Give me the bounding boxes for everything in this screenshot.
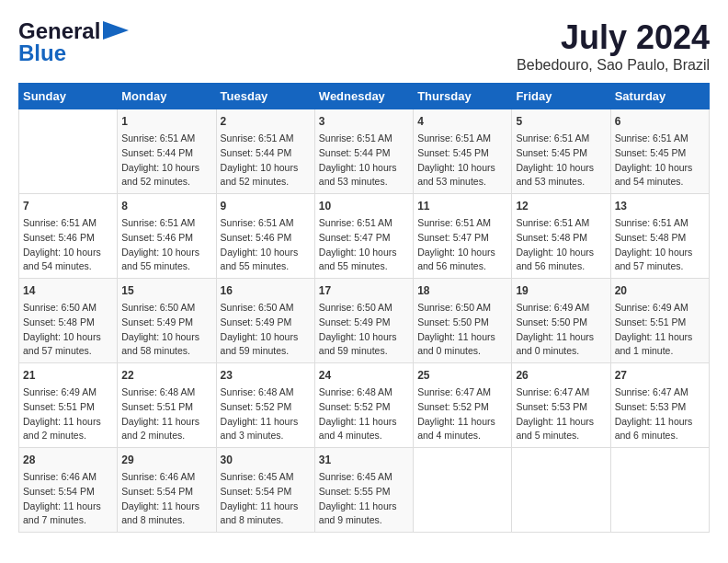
day-info-line: Sunset: 5:44 PM [319, 146, 409, 161]
day-info-line: Daylight: 11 hours [221, 500, 311, 514]
day-number: 6 [615, 113, 705, 130]
day-info-line: and 4 minutes. [319, 429, 409, 443]
day-info-line: Daylight: 10 hours [417, 246, 507, 260]
day-number: 25 [417, 367, 507, 384]
day-info-line: Sunset: 5:51 PM [23, 400, 113, 415]
calendar-cell [19, 109, 118, 194]
day-number: 4 [417, 113, 507, 130]
calendar-cell: 2Sunrise: 6:51 AMSunset: 5:44 PMDaylight… [216, 109, 314, 194]
day-number: 1 [121, 113, 211, 130]
day-info-line: Sunrise: 6:51 AM [121, 216, 211, 231]
day-number: 11 [417, 198, 507, 214]
day-number: 21 [23, 367, 113, 384]
weekday-header-tuesday: Tuesday [216, 84, 314, 109]
calendar-cell: 13Sunrise: 6:51 AMSunset: 5:48 PMDayligh… [610, 194, 709, 279]
day-info-line: and 53 minutes. [417, 175, 507, 190]
day-info-line: Sunrise: 6:46 AM [121, 470, 211, 485]
day-info-line: Daylight: 10 hours [615, 246, 705, 260]
day-number: 22 [121, 367, 211, 384]
calendar-cell: 4Sunrise: 6:51 AMSunset: 5:45 PMDaylight… [414, 109, 512, 194]
day-info-line: Sunset: 5:50 PM [516, 316, 606, 330]
day-info-line: Sunrise: 6:51 AM [417, 216, 507, 231]
day-info-line: Sunset: 5:52 PM [221, 400, 311, 415]
day-info-line: and 5 minutes. [516, 429, 606, 443]
day-info-line: Sunset: 5:55 PM [319, 485, 409, 500]
day-info-line: and 52 minutes. [221, 175, 311, 190]
day-info-line: Daylight: 10 hours [121, 246, 211, 260]
day-info-line: Sunset: 5:49 PM [319, 316, 409, 330]
day-number: 18 [417, 282, 507, 299]
day-info-line: and 0 minutes. [516, 344, 606, 359]
day-info-line: Sunset: 5:46 PM [121, 231, 211, 246]
calendar-cell: 30Sunrise: 6:45 AMSunset: 5:54 PMDayligh… [216, 448, 314, 533]
calendar-cell: 20Sunrise: 6:49 AMSunset: 5:51 PMDayligh… [610, 279, 709, 363]
calendar-cell: 6Sunrise: 6:51 AMSunset: 5:45 PMDaylight… [610, 109, 709, 194]
day-info-line: Sunset: 5:47 PM [319, 231, 409, 246]
day-info-line: and 8 minutes. [121, 513, 211, 528]
day-info-line: Sunset: 5:54 PM [23, 485, 113, 500]
day-info-line: Sunset: 5:49 PM [221, 316, 311, 330]
weekday-header-wednesday: Wednesday [314, 84, 413, 109]
day-info-line: Sunrise: 6:47 AM [516, 385, 606, 400]
day-info-line: Daylight: 10 hours [23, 246, 113, 260]
day-info-line: Sunrise: 6:49 AM [615, 301, 705, 316]
day-number: 29 [121, 452, 211, 468]
day-info-line: and 58 minutes. [121, 344, 211, 359]
calendar-cell: 17Sunrise: 6:50 AMSunset: 5:49 PMDayligh… [314, 279, 413, 363]
day-info-line: Sunrise: 6:50 AM [319, 301, 409, 316]
calendar-cell: 26Sunrise: 6:47 AMSunset: 5:53 PMDayligh… [512, 363, 610, 448]
weekday-header-thursday: Thursday [414, 84, 512, 109]
calendar-cell [512, 448, 610, 533]
day-info-line: and 4 minutes. [417, 429, 507, 443]
day-info-line: Sunrise: 6:50 AM [121, 301, 211, 316]
day-info-line: Daylight: 11 hours [23, 415, 113, 430]
logo: General Blue [18, 18, 129, 66]
day-number: 14 [23, 282, 113, 299]
day-info-line: Daylight: 10 hours [319, 161, 409, 176]
calendar-cell: 22Sunrise: 6:48 AMSunset: 5:51 PMDayligh… [118, 363, 216, 448]
calendar-cell: 27Sunrise: 6:47 AMSunset: 5:53 PMDayligh… [610, 363, 709, 448]
day-number: 17 [319, 282, 409, 299]
calendar-cell: 16Sunrise: 6:50 AMSunset: 5:49 PMDayligh… [216, 279, 314, 363]
day-info-line: Daylight: 11 hours [23, 500, 113, 514]
svg-marker-0 [103, 21, 129, 40]
day-info-line: Daylight: 10 hours [319, 246, 409, 260]
day-info-line: Sunset: 5:45 PM [417, 146, 507, 161]
day-info-line: Sunrise: 6:48 AM [121, 385, 211, 400]
day-info-line: and 56 minutes. [516, 259, 606, 274]
day-info-line: Sunset: 5:46 PM [221, 231, 311, 246]
calendar-cell: 5Sunrise: 6:51 AMSunset: 5:45 PMDaylight… [512, 109, 610, 194]
day-number: 15 [121, 282, 211, 299]
day-info-line: Daylight: 11 hours [121, 415, 211, 430]
day-info-line: Sunrise: 6:51 AM [516, 216, 606, 231]
calendar-cell: 7Sunrise: 6:51 AMSunset: 5:46 PMDaylight… [19, 194, 118, 279]
day-info-line: Daylight: 10 hours [417, 161, 507, 176]
day-info-line: Sunrise: 6:45 AM [221, 470, 311, 485]
day-info-line: and 1 minute. [615, 344, 705, 359]
day-info-line: and 53 minutes. [319, 175, 409, 190]
calendar-cell: 10Sunrise: 6:51 AMSunset: 5:47 PMDayligh… [314, 194, 413, 279]
location-text: Bebedouro, Sao Paulo, Brazil [517, 57, 710, 74]
calendar-week-row: 7Sunrise: 6:51 AMSunset: 5:46 PMDaylight… [19, 194, 710, 279]
day-number: 26 [516, 367, 606, 384]
day-info-line: and 55 minutes. [221, 259, 311, 274]
day-info-line: Daylight: 10 hours [221, 161, 311, 176]
day-info-line: Sunrise: 6:51 AM [221, 132, 311, 146]
day-info-line: Daylight: 11 hours [417, 415, 507, 430]
day-number: 23 [221, 367, 311, 384]
day-info-line: Sunrise: 6:51 AM [615, 216, 705, 231]
day-info-line: Sunset: 5:53 PM [516, 400, 606, 415]
day-info-line: Sunrise: 6:50 AM [417, 301, 507, 316]
day-info-line: Daylight: 11 hours [516, 415, 606, 430]
day-number: 30 [221, 452, 311, 468]
calendar-cell: 28Sunrise: 6:46 AMSunset: 5:54 PMDayligh… [19, 448, 118, 533]
day-number: 3 [319, 113, 409, 130]
month-title: July 2024 [517, 18, 710, 57]
day-info-line: and 56 minutes. [417, 259, 507, 274]
day-info-line: Daylight: 11 hours [221, 415, 311, 430]
day-info-line: Daylight: 10 hours [121, 330, 211, 345]
day-info-line: Sunrise: 6:50 AM [23, 301, 113, 316]
day-info-line: Daylight: 11 hours [417, 330, 507, 345]
logo-arrow-icon [103, 21, 129, 40]
calendar-cell [414, 448, 512, 533]
